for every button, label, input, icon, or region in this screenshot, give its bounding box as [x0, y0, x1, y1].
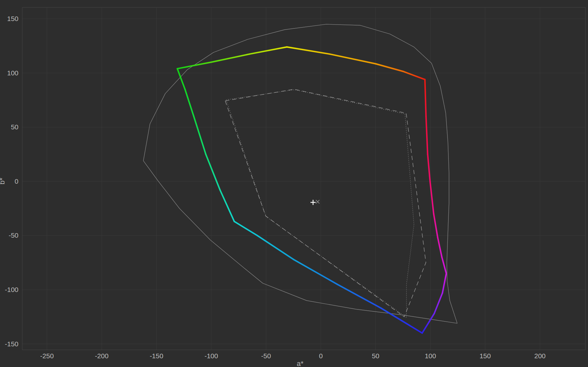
- x-tick-label: 0: [319, 352, 323, 360]
- display-gamut-segment: [250, 47, 287, 54]
- y-tick-label: 150: [7, 15, 18, 22]
- display-gamut-segment: [185, 89, 194, 116]
- display-gamut-segment: [287, 47, 330, 54]
- display-gamut-segment: [442, 257, 446, 273]
- display-gamut-segment: [430, 181, 434, 214]
- x-tick-label: -200: [95, 352, 109, 360]
- x-tick-label: 200: [534, 352, 546, 360]
- x-tick-label: 50: [372, 352, 379, 360]
- display-gamut-segment: [442, 274, 446, 293]
- y-tick-label: 50: [11, 123, 18, 131]
- display-gamut-segment: [234, 221, 257, 236]
- y-tick-label: -100: [5, 286, 18, 293]
- x-tick-label: -50: [261, 352, 271, 360]
- y-tick-label: 100: [7, 69, 18, 77]
- plot-border: [22, 7, 585, 350]
- grid-layer: [22, 7, 585, 350]
- display-gamut-segment: [422, 314, 434, 333]
- display-gamut-outline: [177, 47, 446, 333]
- x-tick-label: -150: [150, 352, 163, 360]
- display-gamut-segment: [257, 235, 293, 259]
- gamut-chart: -250-200-150-100-50050100150200150100500…: [0, 0, 588, 367]
- visible-spectrum-boundary: [143, 24, 457, 323]
- gamut-plot-svg[interactable]: -250-200-150-100-50050100150200150100500…: [0, 0, 588, 367]
- display-gamut-segment: [220, 190, 234, 221]
- whitepoint-plus-marker: [310, 200, 316, 205]
- display-gamut-segment: [381, 308, 422, 333]
- display-gamut-segment: [211, 54, 250, 62]
- series-layer: [143, 24, 457, 333]
- display-gamut-segment: [330, 54, 375, 64]
- display-gamut-segment: [426, 116, 428, 154]
- x-tick-label: 100: [425, 352, 436, 360]
- x-tick-label: 150: [479, 352, 491, 360]
- display-gamut-segment: [428, 154, 430, 181]
- display-gamut-segment: [206, 154, 220, 190]
- y-tick-label: -150: [5, 340, 18, 348]
- marker-layer: [310, 200, 320, 205]
- display-gamut-segment: [425, 80, 426, 116]
- y-tick-label: 0: [15, 178, 18, 185]
- display-gamut-segment: [177, 62, 211, 69]
- y-tick-label: -50: [9, 232, 18, 239]
- display-gamut-segment: [194, 116, 206, 154]
- display-gamut-segment: [434, 214, 438, 238]
- display-gamut-segment: [434, 293, 442, 314]
- display-gamut-segment: [376, 64, 403, 71]
- display-gamut-segment: [438, 238, 442, 257]
- whitepoint-cross-marker: [316, 200, 320, 203]
- display-gamut-segment: [403, 71, 425, 80]
- srgb-gamut-dashed-outline: [225, 89, 426, 317]
- x-axis-title: a*: [297, 360, 304, 367]
- x-tick-label: -100: [205, 352, 218, 360]
- tick-layer: -250-200-150-100-50050100150200150100500…: [5, 15, 546, 360]
- x-tick-label: -250: [40, 352, 54, 360]
- y-axis-title: b*: [0, 178, 6, 184]
- display-gamut-segment: [337, 284, 381, 308]
- reference-gamut-dotted-outline: [226, 90, 414, 317]
